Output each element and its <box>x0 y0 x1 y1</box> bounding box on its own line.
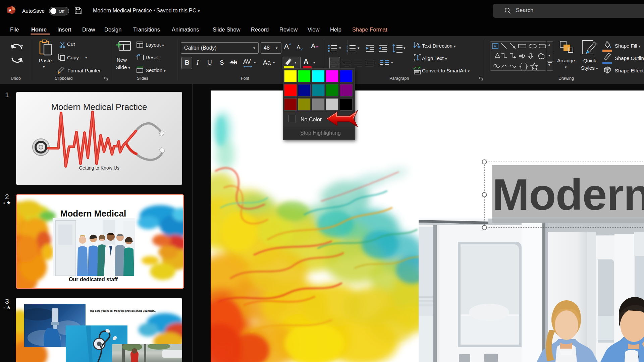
svg-text:2: 2 <box>346 47 348 50</box>
svg-text:A: A <box>494 44 496 48</box>
svg-text:1: 1 <box>346 45 348 47</box>
svg-text:3: 3 <box>346 50 348 52</box>
svg-text:P: P <box>8 8 11 13</box>
